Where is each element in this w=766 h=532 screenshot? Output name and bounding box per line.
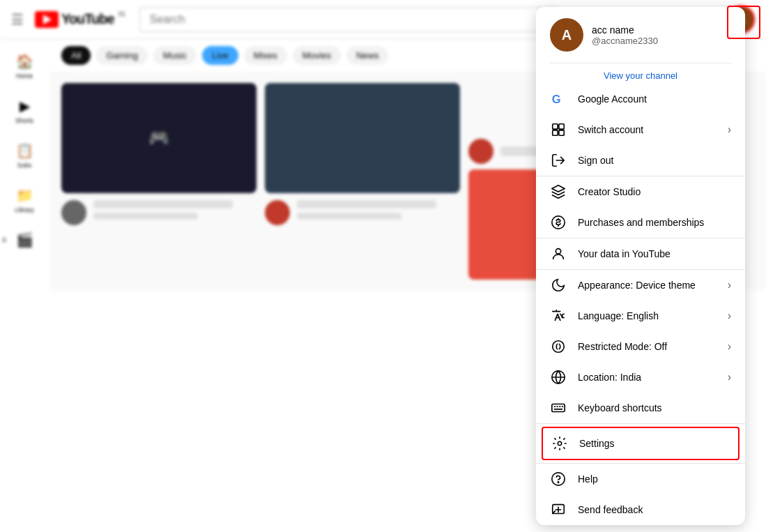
svg-point-10 [558,441,562,446]
account-dropdown-menu: A acc name @accname2330 View your channe… [536,7,745,525]
send-feedback-item[interactable]: Send feedback [536,494,745,525]
language-label: Language: English [578,310,717,321]
settings-highlighted-section: Settings [536,427,745,464]
user-name: acc name [592,24,731,36]
svg-rect-3 [553,130,558,135]
sidebar-library[interactable]: 📁 Library [2,178,47,222]
sidebar-s[interactable]: S 🎬 [2,223,47,257]
sign-out-label: Sign out [578,155,731,166]
your-data-label: Your data in YouTube [578,248,731,259]
youtube-logo: YouTube IN [35,11,125,28]
sign-out-icon [550,152,567,169]
help-section: Help Send feedback [536,464,745,525]
svg-rect-4 [559,130,564,135]
language-arrow: › [728,310,731,322]
svg-rect-1 [553,124,558,129]
hamburger-menu[interactable]: ☰ [11,11,24,28]
restricted-arrow: › [728,340,731,353]
creator-section: Creator Studio Purchases and memberships [536,176,745,238]
keyboard-shortcuts-item[interactable]: Keyboard shortcuts [536,393,745,423]
sidebar-subscriptions[interactable]: 📋 Subs [2,134,47,177]
svg-rect-2 [559,124,564,129]
svg-point-6 [556,249,560,254]
keyboard-shortcuts-label: Keyboard shortcuts [578,402,731,413]
google-icon: G [550,91,567,107]
restricted-item[interactable]: Restricted Mode: Off › [536,331,745,362]
appearance-arrow: › [728,279,731,291]
restricted-label: Restricted Mode: Off [578,341,717,352]
purchases-label: Purchases and memberships [578,217,731,228]
purchases-item[interactable]: Purchases and memberships [536,207,745,238]
purchases-icon [550,214,567,231]
settings-section: Appearance: Device theme › Language: Eng… [536,270,745,424]
settings-icon [551,435,568,452]
settings-item[interactable]: Settings [542,427,740,460]
user-details: acc name @accname2330 [592,24,731,46]
google-account-label: Google Account [578,93,731,105]
restricted-icon [550,338,567,355]
send-feedback-icon [550,501,567,518]
sidebar-home[interactable]: 🏠 Home [2,45,47,88]
svg-point-7 [553,341,565,353]
help-label: Help [578,473,731,485]
creator-studio-label: Creator Studio [578,186,731,197]
svg-rect-9 [552,404,565,412]
language-item[interactable]: Language: English › [536,301,745,331]
your-data-item[interactable]: Your data in YouTube [536,238,745,269]
google-account-item[interactable]: G Google Account [536,84,745,114]
location-arrow: › [728,371,731,383]
switch-account-icon [550,121,567,138]
account-section: G Google Account Switch account › [536,84,745,176]
sidebar-shorts[interactable]: ▶ Shorts [2,89,47,132]
your-data-icon [550,245,567,262]
send-feedback-label: Send feedback [578,504,731,515]
settings-label: Settings [579,438,730,449]
switch-account-item[interactable]: Switch account › [536,114,745,145]
user-handle: @accname2330 [592,36,731,46]
creator-studio-icon [550,183,567,200]
switch-account-label: Switch account [578,124,717,135]
svg-point-12 [558,482,558,482]
view-channel-link[interactable]: View your channel [550,63,731,84]
appearance-item[interactable]: Appearance: Device theme › [536,270,745,301]
appearance-label: Appearance: Device theme [578,280,717,291]
user-avatar: A [550,18,583,52]
data-section: Your data in YouTube [536,238,745,270]
user-info-section: A acc name @accname2330 View your channe… [536,7,745,84]
help-icon [550,471,567,487]
location-icon [550,369,567,386]
keyboard-icon [550,400,567,416]
sign-out-item[interactable]: Sign out [536,145,745,176]
search-input[interactable] [139,7,558,32]
location-label: Location: India [578,372,717,383]
language-icon [550,307,567,324]
help-item[interactable]: Help [536,464,745,494]
switch-account-arrow: › [728,123,731,136]
appearance-icon [550,277,567,294]
svg-text:G: G [552,93,561,105]
location-item[interactable]: Location: India › [536,362,745,393]
creator-studio-item[interactable]: Creator Studio [536,176,745,207]
